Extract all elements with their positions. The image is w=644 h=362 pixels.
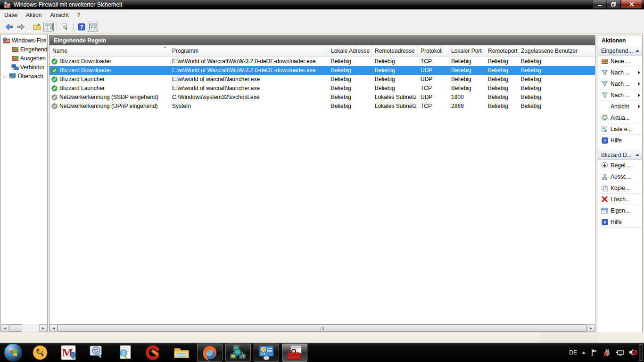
menu-aktion[interactable]: Aktion — [22, 10, 46, 20]
column-header-lokaler-port[interactable]: Lokaler Port — [448, 46, 485, 57]
show-console-tree-button[interactable] — [43, 22, 54, 32]
action-group-header[interactable]: Eingehend... — [598, 46, 642, 56]
toolbar: ? — [0, 20, 644, 33]
action-item[interactable]: Regel ... — [598, 160, 642, 171]
network-status-icon[interactable] — [615, 348, 624, 356]
scroll-left-button[interactable]: ◄ — [50, 324, 58, 332]
tree-item-outbound-rules[interactable]: Ausgehen — [1, 54, 47, 63]
taskbar-app-network-scan[interactable] — [225, 344, 251, 362]
back-icon — [5, 23, 14, 31]
column-header-name[interactable]: Name▴ — [50, 46, 169, 57]
rule-program: E:\w\World of Warcraft\WoW-3.2.0-deDE-do… — [169, 57, 328, 66]
tree-item-firewall-root[interactable]: Windows-Fire — [1, 36, 47, 45]
display-settings-icon — [258, 345, 275, 361]
scroll-left-button[interactable]: ◄ — [1, 324, 9, 332]
taskbar-app-display-settings[interactable] — [254, 344, 279, 362]
start-button[interactable] — [4, 343, 23, 362]
rules-list-panel: Eingehende Regeln Name▴ Programm Lokale … — [49, 35, 595, 332]
rule-protocol: TCP — [418, 84, 448, 93]
table-row[interactable]: Blizzard DownloaderE:\w\World of Warcraf… — [50, 57, 595, 66]
export-button[interactable] — [32, 22, 42, 32]
action-center-flag-icon[interactable] — [590, 348, 598, 356]
column-header-remoteadresse[interactable]: Remoteadresse — [372, 46, 418, 57]
rule-remote-port: Beliebig — [485, 75, 518, 84]
export-folder-icon — [33, 23, 41, 31]
scrollbar-track[interactable] — [22, 324, 39, 332]
action-item[interactable]: Nach ... — [598, 67, 642, 78]
table-row[interactable]: Blizzard LauncherE:\w\world of warcraft\… — [50, 84, 595, 93]
action-item[interactable]: Aktua... — [598, 112, 642, 123]
taskbar-app-explorer[interactable] — [169, 344, 194, 362]
action-item[interactable]: Lösch... — [598, 194, 642, 205]
column-header-programm[interactable]: Programm — [169, 46, 328, 57]
taskbar-app-search-update[interactable] — [84, 344, 109, 362]
action-item[interactable]: Kopie... — [598, 182, 642, 194]
taskbar-app-stethoscope[interactable] — [27, 344, 53, 362]
close-button[interactable] — [621, 0, 642, 8]
power-plug-error-icon[interactable] — [603, 348, 611, 357]
rule-enabled-icon — [51, 58, 58, 65]
taskbar-app-antivirus[interactable]: M — [56, 344, 81, 362]
tree-item-monitoring[interactable]: ▷ Überwach — [1, 72, 47, 81]
rule-name: Blizzard Launcher — [50, 75, 169, 84]
column-header-zugelassene-benutzer[interactable]: Zugelassene Benutzer — [518, 46, 595, 57]
minimize-button[interactable] — [593, 0, 606, 8]
table-row[interactable]: Netzwerkerkennung (SSDP eingehend)C:\Win… — [50, 93, 595, 102]
rule-protocol: UDP — [418, 75, 448, 84]
hidden-icons-chevron-icon[interactable] — [582, 351, 586, 354]
rule-local-port: Beliebig — [448, 84, 485, 93]
scroll-right-button[interactable]: ► — [587, 324, 595, 332]
rule-remote-address: Beliebig — [372, 75, 418, 84]
show-desktop-button[interactable] — [639, 344, 643, 361]
action-item[interactable]: Ansicht — [598, 101, 642, 112]
tree-item-label: Verbindur — [20, 64, 44, 71]
show-action-pane-button[interactable] — [88, 22, 98, 32]
back-button[interactable] — [4, 22, 15, 32]
action-item[interactable]: Eigen... — [598, 205, 642, 216]
action-item[interactable]: ?Hilfe — [598, 216, 642, 228]
copy-icon — [601, 184, 609, 192]
menu-datei[interactable]: Datei — [0, 10, 22, 20]
rule-remote-address: Beliebig — [372, 66, 418, 75]
restore-button[interactable] — [607, 0, 620, 8]
table-row[interactable]: Blizzard DownloaderE:\w\World of Warcraf… — [50, 66, 595, 75]
rule-protocol: TCP — [418, 57, 448, 66]
table-row[interactable]: Blizzard LauncherE:\w\world of warcraft\… — [50, 75, 595, 84]
rule-disabled-icon — [51, 94, 58, 100]
action-item[interactable]: Liste e... — [598, 123, 642, 135]
taskbar-app-firefox[interactable] — [197, 344, 223, 362]
no-icon — [601, 103, 609, 110]
column-header-lokale-adresse[interactable]: Lokale Adresse — [328, 46, 372, 57]
menu-ansicht[interactable]: Ansicht — [46, 10, 73, 20]
action-item[interactable]: Neue ... — [598, 56, 642, 67]
menu-help[interactable]: ? — [73, 10, 85, 20]
scrollbar-thumb[interactable] — [58, 324, 587, 332]
taskbar-app-network-report[interactable] — [112, 344, 138, 362]
actions-title: Aktionen — [598, 35, 642, 46]
help-icon: ? — [78, 23, 85, 31]
volume-muted-icon[interactable] — [628, 348, 637, 356]
taskbar-app-ccleaner[interactable] — [140, 344, 166, 362]
rule-protocol: UDP — [418, 66, 448, 75]
action-item[interactable]: ?Hilfe — [598, 135, 642, 146]
language-indicator[interactable]: DE — [569, 349, 577, 356]
forward-button[interactable] — [16, 22, 26, 32]
scrollbar-thumb[interactable] — [9, 324, 22, 332]
toolbox-icon — [286, 345, 303, 361]
column-header-protokoll[interactable]: Protokoll — [418, 46, 448, 57]
action-item[interactable]: Aussc... — [598, 171, 642, 182]
scroll-right-button[interactable]: ► — [39, 324, 47, 332]
column-header-remoteport[interactable]: Remoteport — [485, 46, 518, 57]
tree-item-connection-security[interactable]: Verbindur — [1, 63, 47, 72]
action-item[interactable]: Nach ... — [598, 90, 642, 101]
tree-item-inbound-rules[interactable]: Eingehend — [1, 45, 47, 54]
filter-icon — [601, 69, 609, 76]
action-group-header[interactable]: Blizzard D... — [598, 150, 642, 160]
export-list-button[interactable] — [60, 22, 70, 32]
taskbar-app-admin-toolbox[interactable] — [282, 344, 307, 362]
table-row[interactable]: Netzwerkerkennung (UPnP eingehend)System… — [50, 102, 595, 111]
help-button[interactable]: ? — [76, 22, 87, 32]
action-item[interactable]: Nach ... — [598, 78, 642, 90]
inbound-rules-icon — [11, 46, 19, 53]
expander-icon[interactable]: ▷ — [3, 74, 8, 79]
